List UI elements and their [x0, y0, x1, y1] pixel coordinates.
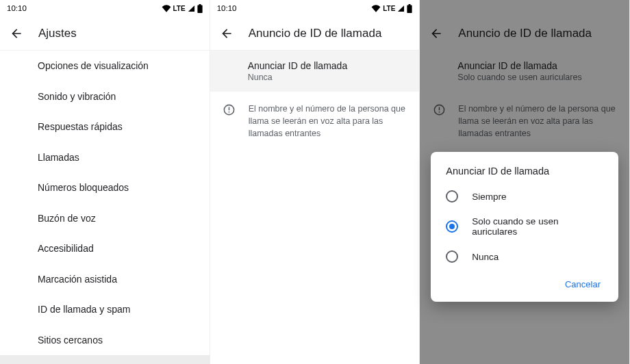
- wifi-icon: [371, 5, 381, 12]
- screen-settings: 10:10 LTE Ajustes Opciones de visualizac…: [0, 0, 210, 364]
- radio-label: Nunca: [472, 252, 499, 262]
- announce-preference: Anunciar ID de llamada Solo cuando se us…: [420, 51, 629, 92]
- status-right: LTE: [162, 4, 203, 13]
- info-text: El nombre y el número de la persona que …: [249, 103, 409, 140]
- settings-item[interactable]: ID de llamada y spam: [0, 294, 210, 325]
- info-row: El nombre y el número de la persona que …: [420, 92, 629, 151]
- status-bar: 10:10 LTE: [0, 0, 210, 16]
- info-text: El nombre y el número de la persona que …: [458, 103, 618, 140]
- settings-item[interactable]: Respuestas rápidas: [0, 112, 210, 142]
- settings-item[interactable]: Anuncio de ID de llamada: [0, 355, 210, 364]
- dialog-title: Anunciar ID de llamada: [431, 166, 618, 183]
- radio-label: Solo cuando se usen auriculares: [472, 216, 603, 237]
- back-arrow-icon: [429, 27, 443, 40]
- page-title: Anuncio de ID de llamada: [249, 27, 382, 40]
- back-button[interactable]: [216, 23, 238, 44]
- radio-icon: [446, 220, 458, 233]
- battery-icon: [197, 4, 203, 13]
- dialog-actions: Cancelar: [431, 270, 618, 298]
- signal-icon: [397, 5, 405, 12]
- pref-subtitle: Nunca: [248, 73, 409, 82]
- announce-dialog: Anunciar ID de llamada SiempreSolo cuand…: [431, 152, 618, 302]
- settings-item[interactable]: Sitios cercanos: [0, 325, 210, 356]
- status-bar: 10:10 LTE: [210, 0, 420, 16]
- settings-item[interactable]: Buzón de voz: [0, 203, 210, 234]
- info-row: El nombre y el número de la persona que …: [210, 92, 420, 151]
- app-bar: Ajustes: [0, 16, 210, 51]
- back-button[interactable]: [5, 23, 27, 44]
- announce-preference[interactable]: Anunciar ID de llamada Nunca: [210, 51, 420, 92]
- wifi-icon: [581, 5, 591, 12]
- settings-item[interactable]: Accesibilidad: [0, 233, 210, 264]
- settings-list[interactable]: Opciones de visualizaciónSonido y vibrac…: [0, 51, 210, 364]
- status-right: LTE: [581, 4, 622, 13]
- radio-option[interactable]: Nunca: [431, 244, 618, 270]
- lte-label: LTE: [383, 5, 395, 12]
- battery-icon: [407, 4, 412, 13]
- page-title: Ajustes: [38, 27, 77, 40]
- wifi-icon: [162, 5, 171, 12]
- lte-label: LTE: [173, 5, 186, 12]
- app-bar: Anuncio de ID de llamada: [420, 16, 629, 51]
- radio-option[interactable]: Siempre: [431, 183, 618, 209]
- info-icon: [223, 103, 236, 116]
- page-title: Anuncio de ID de llamada: [458, 27, 592, 40]
- status-right: LTE: [371, 4, 412, 13]
- settings-item[interactable]: Llamadas: [0, 142, 210, 173]
- pref-subtitle: Solo cuando se usen auriculares: [457, 73, 618, 82]
- settings-item[interactable]: Sonido y vibración: [0, 81, 210, 112]
- screen-caller-id-announce: 10:10 LTE Anuncio de ID de llamada Anunc…: [210, 0, 420, 364]
- radio-icon: [446, 250, 458, 263]
- radio-option[interactable]: Solo cuando se usen auriculares: [431, 209, 618, 244]
- radio-label: Siempre: [472, 192, 506, 202]
- signal-icon: [607, 5, 615, 12]
- cancel-button[interactable]: Cancelar: [558, 275, 607, 294]
- app-bar: Anuncio de ID de llamada: [210, 16, 420, 51]
- back-button[interactable]: [425, 23, 447, 44]
- pref-title: Anunciar ID de llamada: [457, 60, 618, 71]
- status-time: 10:10: [427, 4, 446, 12]
- settings-item[interactable]: Marcación asistida: [0, 264, 210, 295]
- settings-item[interactable]: Opciones de visualización: [0, 51, 210, 81]
- radio-icon: [446, 190, 458, 203]
- info-icon: [432, 103, 446, 116]
- back-arrow-icon: [220, 27, 234, 40]
- settings-item[interactable]: Números bloqueados: [0, 172, 210, 203]
- status-time: 10:10: [7, 4, 27, 12]
- screen-dialog: 10:10 LTE Anuncio de ID de llamada Anunc…: [420, 0, 630, 364]
- back-arrow-icon: [10, 27, 23, 40]
- battery-icon: [617, 4, 622, 13]
- status-time: 10:10: [217, 4, 237, 12]
- status-bar: 10:10 LTE: [420, 0, 629, 16]
- signal-icon: [188, 5, 195, 12]
- pref-title: Anunciar ID de llamada: [248, 60, 409, 71]
- lte-label: LTE: [593, 5, 605, 12]
